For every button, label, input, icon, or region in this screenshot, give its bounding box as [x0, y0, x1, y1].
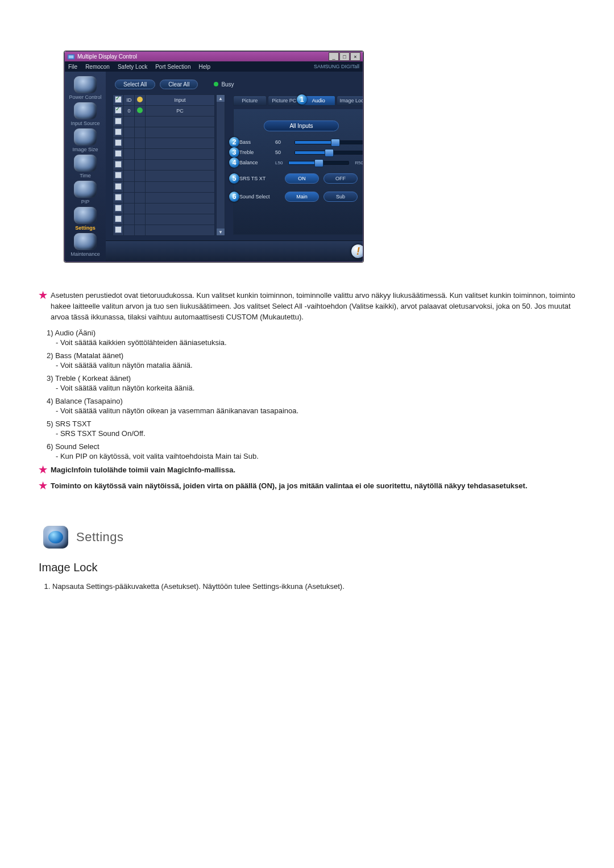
table-row[interactable]	[113, 225, 215, 235]
table-row[interactable]	[113, 214, 215, 225]
treble-label: Treble	[239, 149, 271, 155]
tab-picture[interactable]: Picture	[233, 95, 267, 106]
row-checkbox[interactable]	[115, 150, 122, 157]
star-icon: ★	[39, 290, 47, 323]
row-checkbox[interactable]	[115, 107, 122, 114]
row-checkbox[interactable]	[115, 183, 122, 190]
row-checkbox[interactable]	[115, 139, 122, 146]
col-input: Input	[145, 95, 214, 106]
sidebar-item-input-source[interactable]: Input Source	[65, 102, 106, 126]
header-checkbox[interactable]	[115, 96, 122, 103]
sidebar-item-maintenance[interactable]: Maintenance	[65, 233, 106, 257]
bass-slider[interactable]	[294, 140, 363, 144]
row-checkbox[interactable]	[115, 172, 122, 178]
table-row[interactable]	[113, 149, 215, 160]
sound-select-main-button[interactable]: Main	[285, 192, 319, 202]
callout-5: 5	[229, 173, 239, 184]
srs-label: SRS TS XT	[239, 176, 280, 181]
steps-list: Napsauta Settings-pääkuvaketta (Asetukse…	[52, 582, 575, 591]
intro-note: ★ Asetusten perustiedot ovat tietoruuduk…	[39, 290, 575, 323]
menu-file[interactable]: File	[68, 64, 77, 70]
power-icon	[74, 76, 97, 93]
star-icon: ★	[39, 465, 47, 476]
srs-off-button[interactable]: OFF	[323, 173, 358, 184]
status-ok-icon	[137, 107, 143, 113]
sound-select-label: Sound Select	[239, 194, 280, 200]
minimize-button[interactable]: _	[329, 52, 339, 61]
table-row[interactable]	[113, 127, 215, 138]
section-heading: Settings	[43, 526, 575, 549]
status-bar: !	[106, 240, 363, 261]
menu-remocon[interactable]: Remocon	[85, 64, 110, 70]
note-magicinfo: ★ MagicInfoin tulolähde toimii vain Magi…	[39, 465, 575, 476]
svg-rect-1	[69, 55, 74, 58]
row-checkbox[interactable]	[115, 226, 122, 233]
status-header-icon	[137, 97, 143, 102]
row-checkbox[interactable]	[115, 118, 122, 124]
scroll-down-icon[interactable]: ▼	[217, 229, 225, 235]
display-grid[interactable]: ID Input 0 PC	[113, 94, 215, 236]
app-window: Multiple Display Control _ □ × File Remo…	[64, 51, 363, 262]
time-icon	[74, 155, 97, 172]
table-row[interactable]	[113, 181, 215, 192]
callout-2: 2	[229, 137, 239, 147]
tab-image-lock[interactable]: Image Lock	[337, 95, 364, 106]
row-checkbox[interactable]	[115, 128, 122, 135]
row-checkbox[interactable]	[115, 161, 122, 168]
titlebar[interactable]: Multiple Display Control _ □ ×	[65, 52, 363, 61]
scroll-up-icon[interactable]: ▲	[217, 95, 225, 102]
table-row[interactable]	[113, 203, 215, 214]
sidebar-item-image-size[interactable]: Image Size	[65, 128, 106, 152]
note-power: ★ Toiminto on käytössä vain näytöissä, j…	[39, 481, 575, 492]
table-row[interactable]	[113, 117, 215, 127]
all-inputs-button[interactable]: All Inputs	[264, 121, 339, 131]
row-checkbox[interactable]	[115, 194, 122, 201]
menu-safety-lock[interactable]: Safety Lock	[118, 64, 147, 70]
sidebar-item-time[interactable]: Time	[65, 155, 106, 178]
select-all-button[interactable]: Select All	[115, 80, 155, 89]
feature-list: 1) Audio (Ääni) - Voit säätää kaikkien s…	[47, 329, 575, 460]
row-checkbox[interactable]	[115, 205, 122, 211]
info-icon[interactable]: !	[351, 244, 363, 258]
treble-slider[interactable]	[294, 151, 363, 155]
sidebar-item-settings[interactable]: Settings	[65, 207, 106, 231]
sidebar-item-pip[interactable]: PIP	[65, 181, 106, 205]
maximize-button[interactable]: □	[339, 52, 350, 61]
sidebar-item-power-control[interactable]: Power Control	[65, 76, 106, 100]
clear-all-button[interactable]: Clear All	[160, 80, 198, 89]
input-source-icon	[74, 102, 97, 119]
bass-label: Bass	[239, 139, 271, 145]
balance-left: L50	[275, 160, 283, 165]
table-row[interactable]	[113, 171, 215, 181]
callout-4: 4	[229, 157, 239, 168]
row-checkbox[interactable]	[115, 215, 122, 222]
callout-1: 1	[297, 94, 307, 105]
tab-picture-pc[interactable]: Picture PC	[268, 95, 301, 106]
sound-select-sub-button[interactable]: Sub	[323, 192, 358, 202]
table-row[interactable]	[113, 138, 215, 149]
srs-on-button[interactable]: ON	[285, 173, 319, 184]
star-icon: ★	[39, 481, 47, 492]
table-row[interactable]	[113, 160, 215, 171]
section-title: Settings	[76, 530, 124, 545]
menu-port-selection[interactable]: Port Selection	[155, 64, 190, 70]
app-icon	[67, 53, 75, 61]
busy-dot-icon	[214, 82, 218, 86]
window-title: Multiple Display Control	[77, 53, 329, 60]
grid-scrollbar[interactable]: ▲ ▼	[216, 94, 225, 236]
bass-value: 60	[275, 139, 290, 145]
close-button[interactable]: ×	[350, 52, 360, 61]
callout-3: 3	[229, 147, 239, 157]
sidebar: Power Control Input Source Image Size Ti…	[65, 72, 106, 261]
settings-icon	[74, 207, 97, 224]
table-row[interactable]	[113, 192, 215, 203]
table-row[interactable]: 0 PC	[113, 106, 215, 117]
balance-slider[interactable]	[288, 161, 349, 165]
busy-indicator: Busy	[214, 81, 234, 88]
menu-help[interactable]: Help	[198, 64, 210, 70]
pip-icon	[74, 181, 97, 198]
balance-right: R50	[355, 160, 363, 165]
callout-6: 6	[229, 192, 239, 202]
settings-panel: Picture Picture PC Audio Image Lock 1 Al…	[230, 92, 363, 240]
balance-label: Balance	[239, 160, 271, 165]
